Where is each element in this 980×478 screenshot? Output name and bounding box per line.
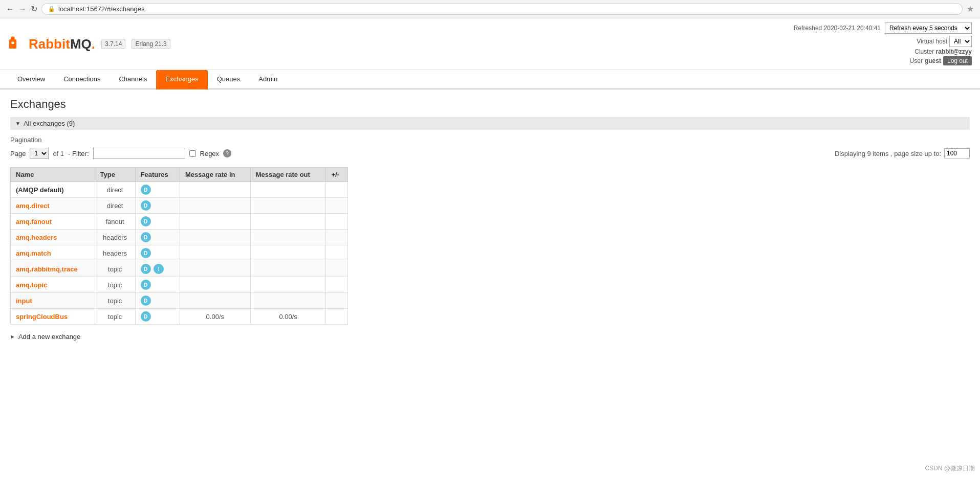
badge-d: D xyxy=(141,248,151,258)
erlang-badge: Erlang 21.3 xyxy=(132,39,170,49)
rate-in-cell xyxy=(180,277,250,293)
exchange-link-amq-direct[interactable]: amq.direct xyxy=(16,202,50,210)
logout-button[interactable]: Log out xyxy=(943,56,972,65)
page-label: Page xyxy=(10,150,26,157)
tab-exchanges[interactable]: Exchanges xyxy=(156,70,207,89)
rate-out-cell xyxy=(250,293,326,309)
tab-admin[interactable]: Admin xyxy=(249,70,287,89)
features-cell: D xyxy=(135,230,180,245)
filter-input[interactable] xyxy=(93,148,185,159)
plus-minus-cell xyxy=(326,277,348,293)
bookmark-button[interactable]: ★ xyxy=(967,4,974,14)
type-cell: topic xyxy=(95,277,135,293)
table-row: springCloudBus topic D 0.00/s 0.00/s xyxy=(11,309,348,325)
reload-button[interactable]: ↻ xyxy=(31,4,37,14)
all-exchanges-section[interactable]: ▼ All exchanges (9) xyxy=(10,117,970,130)
plus-minus-cell xyxy=(326,198,348,214)
tab-channels[interactable]: Channels xyxy=(110,70,156,89)
exchange-link-springcloudbus[interactable]: springCloudBus xyxy=(16,313,68,321)
exchange-name-amqp: (AMQP default) xyxy=(16,186,64,194)
rate-in-cell xyxy=(180,230,250,245)
type-cell: fanout xyxy=(95,214,135,230)
rate-out-cell xyxy=(250,277,326,293)
type-cell: topic xyxy=(95,261,135,277)
rate-in-cell xyxy=(180,261,250,277)
type-cell: direct xyxy=(95,182,135,198)
rate-out-cell: 0.00/s xyxy=(250,309,326,325)
col-rate-in: Message rate in xyxy=(180,168,250,182)
regex-checkbox[interactable] xyxy=(189,150,196,157)
badge-d: D xyxy=(141,232,151,242)
col-name: Name xyxy=(11,168,95,182)
back-button[interactable]: ← xyxy=(6,5,14,14)
vhost-select[interactable]: All / xyxy=(949,36,972,47)
table-row: amq.topic topic D xyxy=(11,277,348,293)
type-cell: topic xyxy=(95,309,135,325)
rate-out-cell xyxy=(250,261,326,277)
rate-in-cell xyxy=(180,214,250,230)
tab-connections[interactable]: Connections xyxy=(54,70,110,89)
of-text: of 1 xyxy=(53,150,64,157)
rate-out-cell xyxy=(250,182,326,198)
badge-d: D xyxy=(141,280,151,290)
table-row: amq.headers headers D xyxy=(11,230,348,245)
regex-label[interactable]: Regex xyxy=(200,150,220,157)
add-exchange-section[interactable]: ► Add a new exchange xyxy=(10,333,970,340)
col-plus-minus: +/- xyxy=(326,168,348,182)
page-title: Exchanges xyxy=(10,98,970,111)
rate-out-cell xyxy=(250,214,326,230)
plus-minus-cell xyxy=(326,245,348,261)
badge-i: I xyxy=(154,264,164,274)
exchange-link-amq-match[interactable]: amq.match xyxy=(16,249,51,257)
badge-d: D xyxy=(141,311,151,322)
pagination-label: Pagination xyxy=(10,136,970,144)
tab-overview[interactable]: Overview xyxy=(8,70,54,89)
plus-minus-cell xyxy=(326,214,348,230)
features-cell: D xyxy=(135,293,180,309)
col-rate-out: Message rate out xyxy=(250,168,326,182)
rate-out-cell xyxy=(250,198,326,214)
type-cell: direct xyxy=(95,198,135,214)
tab-queues[interactable]: Queues xyxy=(208,70,250,89)
rate-in-cell xyxy=(180,182,250,198)
version-badge: 3.7.14 xyxy=(101,39,125,49)
svg-rect-2 xyxy=(11,42,14,44)
type-cell: topic xyxy=(95,293,135,309)
plus-minus-cell xyxy=(326,182,348,198)
logo-text: RabbitMQ. xyxy=(29,36,95,52)
page-select[interactable]: 1 xyxy=(30,148,49,159)
badge-d: D xyxy=(141,185,151,195)
user-value: guest xyxy=(925,57,941,64)
help-button[interactable]: ? xyxy=(223,149,231,157)
table-row: input topic D xyxy=(11,293,348,309)
plus-minus-cell xyxy=(326,230,348,245)
exchange-link-amq-topic[interactable]: amq.topic xyxy=(16,281,47,289)
exchange-link-input[interactable]: input xyxy=(16,297,32,305)
forward-button[interactable]: → xyxy=(18,5,27,14)
table-row: amq.fanout fanout D xyxy=(11,214,348,230)
cluster-label: Cluster xyxy=(914,48,935,55)
rate-in-cell: 0.00/s xyxy=(180,309,250,325)
section-header-label: All exchanges (9) xyxy=(24,120,75,127)
table-row: amq.match headers D xyxy=(11,245,348,261)
add-exchange-label: Add a new exchange xyxy=(18,333,80,340)
exchanges-table: Name Type Features Message rate in Messa… xyxy=(10,167,348,325)
exchange-link-amq-trace[interactable]: amq.rabbitmq.trace xyxy=(16,265,78,273)
plus-minus-cell xyxy=(326,261,348,277)
table-row: amq.rabbitmq.trace topic D I xyxy=(11,261,348,277)
security-icon: 🔒 xyxy=(48,6,55,12)
type-cell: headers xyxy=(95,230,135,245)
rate-in-cell xyxy=(180,245,250,261)
nav-tabs: Overview Connections Channels Exchanges … xyxy=(0,70,980,89)
exchange-link-amq-headers[interactable]: amq.headers xyxy=(16,234,57,241)
refreshed-label: Refreshed 2020-02-21 20:40:41 xyxy=(794,25,881,32)
refresh-select[interactable]: Refresh every 5 seconds No refresh Refre… xyxy=(885,22,972,34)
features-cell: D xyxy=(135,309,180,325)
exchange-link-amq-fanout[interactable]: amq.fanout xyxy=(16,218,52,225)
features-cell: D I xyxy=(135,261,180,277)
col-features: Features xyxy=(135,168,180,182)
user-label: User xyxy=(910,57,923,64)
add-exchange-arrow: ► xyxy=(10,334,15,339)
rate-in-cell xyxy=(180,293,250,309)
page-size-input[interactable] xyxy=(944,148,970,158)
